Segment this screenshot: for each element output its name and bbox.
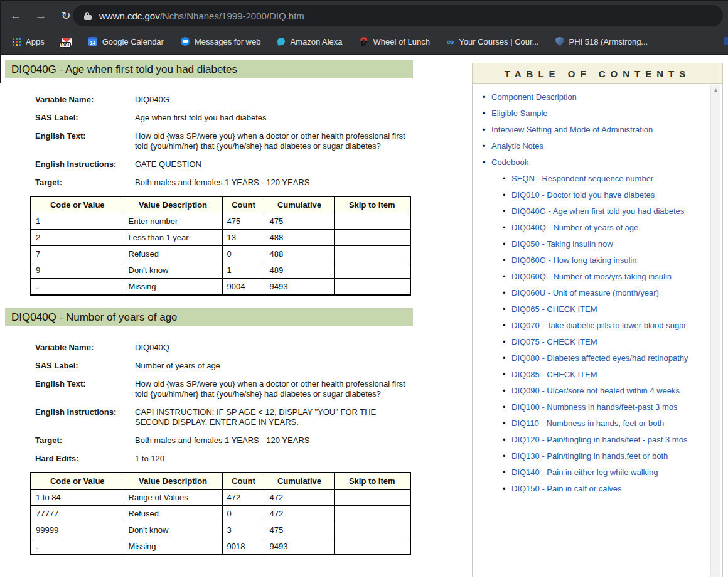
gmail-icon: 100+ (62, 38, 72, 46)
table-header-row: Code or ValueValue DescriptionCountCumul… (31, 196, 410, 213)
bookmarks-bar: Apps 100+ 14 Google Calendar Messages fo… (0, 29, 728, 54)
bookmark-messages-for-web[interactable]: Messages for web (181, 37, 261, 46)
toc-item: DIQ070 - Take diabetic pills to lower bl… (511, 320, 693, 331)
cell-cumulative: 489 (265, 262, 334, 279)
field-value: How old {was SP/were you} when a doctor … (135, 379, 413, 399)
address-bar[interactable]: wwwn.cdc.gov/Nchs/Nhanes/1999-2000/DIQ.h… (73, 5, 723, 26)
toc-link[interactable]: Eligible Sample (491, 109, 548, 118)
cell-cumulative: 472 (265, 506, 334, 522)
field-label: Variable Name: (35, 343, 135, 353)
toc-link[interactable]: DIQ070 - Take diabetic pills to lower bl… (511, 321, 687, 330)
cell-description: Refused (124, 506, 222, 522)
toc-link[interactable]: DIQ100 - Numbness in hands/feet-past 3 m… (511, 402, 677, 412)
field-row: Target: Both males and females 1 YEARS -… (35, 178, 413, 188)
toc-item: DIQ050 - Taking insulin now (511, 238, 693, 249)
toc-link[interactable]: DIQ075 - CHECK ITEM (511, 337, 597, 346)
forward-button[interactable]: → (31, 6, 50, 25)
toc-link[interactable]: DIQ090 - Ulcer/sore not healed within 4 … (511, 386, 680, 395)
toc-link[interactable]: DIQ140 - Pain in either leg while walkin… (511, 468, 658, 477)
toc-item: DIQ060G - How long taking insulin (511, 255, 693, 265)
codebook-table: Code or ValueValue DescriptionCountCumul… (30, 472, 411, 555)
variable-fields: Variable Name: DIQ040Q SAS Label: Number… (5, 326, 413, 464)
field-value: CAPI INSTRUCTION: IF SP AGE < 12, DISPLA… (135, 407, 413, 427)
toc-item: DIQ120 - Pain/tingling in hands/feet - p… (511, 434, 693, 445)
field-label: SAS Label: (35, 361, 135, 371)
bookmark-phi-518[interactable]: PHI 518 (Armstrong... (555, 37, 648, 46)
cell-code: . (31, 279, 124, 296)
toc-item: DIQ110 - Numbness in hands, feet or both (511, 418, 693, 429)
cell-code: 7 (31, 246, 124, 262)
canvas-infinity-icon: ∞ (447, 38, 454, 46)
cell-description: Missing (124, 538, 222, 555)
toc-link[interactable]: Analytic Notes (491, 141, 543, 151)
cell-count: 1 (222, 262, 265, 279)
toc-link[interactable]: DIQ065 - CHECK ITEM (511, 304, 597, 314)
section-diq040q: DIQ040Q - Number of years of age Variabl… (5, 308, 413, 555)
table-row: 99999 Don't know 3 475 (31, 522, 410, 538)
toc-link[interactable]: Interview Setting and Mode of Administra… (491, 125, 653, 134)
cell-count: 13 (222, 230, 265, 246)
toc-title: TABLE OF CONTENTS (472, 63, 723, 84)
field-value: GATE QUESTION (135, 159, 413, 169)
toc-link[interactable]: Codebook (491, 158, 528, 167)
table-row: 1 Enter number 475 475 (31, 213, 410, 230)
toc-item: DIQ065 - CHECK ITEM (511, 304, 693, 314)
toc-link[interactable]: DIQ060U - Unit of measure (month/year) (511, 288, 659, 297)
url-text[interactable]: wwwn.cdc.gov/Nchs/Nhanes/1999-2000/DIQ.h… (99, 11, 304, 21)
toc-item: DIQ100 - Numbness in hands/feet-past 3 m… (511, 402, 693, 412)
field-label: English Text: (35, 379, 135, 399)
codebook-table: Code or ValueValue DescriptionCountCumul… (30, 196, 411, 296)
table-header-cell: Value Description (124, 473, 222, 490)
gmail-unread-badge: 100+ (59, 42, 72, 48)
partial-bookmark-icon[interactable] (724, 37, 728, 45)
bookmark-amazon-alexa[interactable]: Amazon Alexa (277, 37, 342, 46)
lock-icon[interactable] (84, 12, 92, 20)
toc-link[interactable]: DIQ080 - Diabetes affected eyes/had reti… (511, 353, 688, 363)
toc-link[interactable]: DIQ060Q - Number of mos/yrs taking insul… (511, 272, 672, 281)
toc-link[interactable]: DIQ060G - How long taking insulin (511, 255, 636, 265)
toc-link[interactable]: DIQ120 - Pain/tingling in hands/feet - p… (511, 435, 687, 444)
wheel-of-lunch-icon (360, 37, 368, 46)
cell-cumulative: 475 (265, 213, 334, 230)
toc-link[interactable]: DIQ110 - Numbness in hands, feet or both (511, 419, 664, 428)
toc-item: Codebook (491, 157, 699, 168)
cell-description: Refused (124, 246, 222, 262)
url-path: /Nchs/Nhanes/1999-2000/DIQ.htm (160, 11, 304, 21)
section-title: DIQ040Q - Number of years of age (5, 308, 413, 326)
cell-count: 0 (222, 246, 265, 262)
back-button[interactable]: ← (6, 6, 25, 25)
bookmark-google-calendar[interactable]: 14 Google Calendar (88, 37, 164, 46)
toc-link[interactable]: DIQ150 - Pain in calf or calves (511, 484, 622, 493)
field-value: Age when first told you had diabetes (135, 113, 413, 123)
bookmark-gmail[interactable]: 100+ (62, 38, 72, 46)
cell-skip (334, 262, 410, 279)
shield-icon (555, 37, 564, 46)
field-row: Hard Edits: 1 to 120 (35, 454, 413, 464)
cell-count: 0 (222, 506, 265, 522)
table-row: 77777 Refused 0 472 (31, 506, 410, 522)
cell-cumulative: 475 (265, 522, 334, 538)
toc-item: DIQ040G - Age when first told you had di… (511, 206, 693, 217)
toc-scrollbar[interactable]: ▲ (710, 85, 720, 577)
scroll-up-icon[interactable]: ▲ (711, 85, 720, 95)
section-title: DIQ040G - Age when first told you had di… (5, 60, 413, 78)
toc-link[interactable]: DIQ010 - Doctor told you have diabetes (511, 190, 655, 200)
toc-link[interactable]: DIQ130 - Pain/tingling in hands,feet or … (511, 451, 668, 461)
bookmark-your-courses[interactable]: ∞ Your Courses | Cour... (447, 37, 539, 46)
field-row: English Text: How old {was SP/were you} … (35, 131, 413, 151)
field-row: English Instructions: CAPI INSTRUCTION: … (35, 407, 413, 427)
toc-link[interactable]: SEQN - Respondent sequence number (511, 174, 653, 183)
table-row: 1 to 84 Range of Values 472 472 (31, 490, 410, 506)
toc-link[interactable]: DIQ040G - Age when first told you had di… (511, 206, 684, 216)
toc-link[interactable]: DIQ050 - Taking insulin now (511, 239, 613, 249)
field-value: 1 to 120 (135, 454, 413, 464)
cell-description: Range of Values (124, 490, 222, 506)
browser-toolbar: ← → ↻ wwwn.cdc.gov/Nchs/Nhanes/1999-2000… (0, 3, 728, 29)
toc-link[interactable]: DIQ085 - CHECK ITEM (511, 370, 597, 379)
bookmark-wheel-of-lunch[interactable]: Wheel of Lunch (360, 37, 430, 46)
toc-link[interactable]: Component Description (491, 92, 577, 102)
toc-list: Component Description Eligible Sample In… (473, 84, 722, 506)
bookmark-apps[interactable]: Apps (13, 37, 45, 46)
cell-cumulative: 488 (265, 230, 334, 246)
toc-link[interactable]: DIQ040Q - Number of years of age (511, 223, 638, 232)
